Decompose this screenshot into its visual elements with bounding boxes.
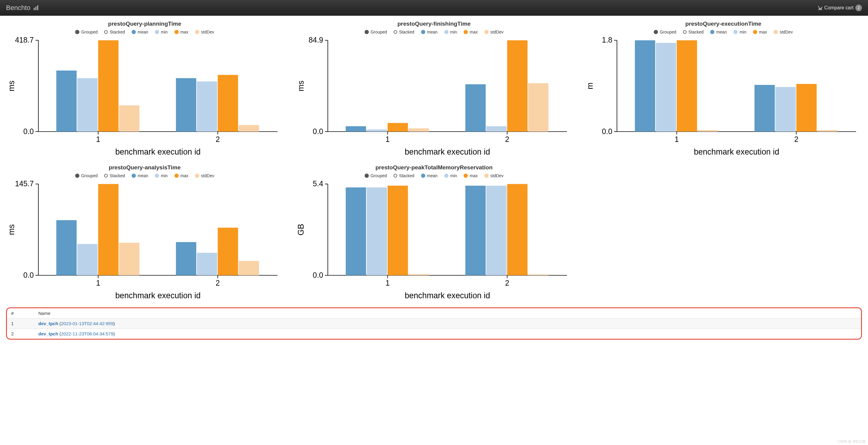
legend-stddev[interactable]: stdDev bbox=[485, 30, 504, 34]
bar-executionTime-2-stdDev[interactable] bbox=[817, 130, 838, 131]
bar-peakTotalMemoryReservation-2-stdDev[interactable] bbox=[528, 274, 548, 275]
bar-finishingTime-2-max[interactable] bbox=[507, 40, 527, 131]
col-index: # bbox=[7, 308, 34, 319]
row-index: 1 bbox=[7, 318, 34, 328]
dot-hollow-icon bbox=[394, 174, 397, 178]
legend-max[interactable]: max bbox=[175, 30, 188, 34]
ymin-label: 0.0 bbox=[23, 127, 34, 136]
bar-analysisTime-2-mean[interactable] bbox=[176, 242, 196, 275]
legend-grouped[interactable]: Grouped bbox=[654, 30, 676, 34]
dot-stddev-icon bbox=[485, 30, 489, 34]
dot-mean-icon bbox=[132, 30, 136, 34]
bar-planningTime-2-mean[interactable] bbox=[176, 78, 196, 131]
legend-stddev[interactable]: stdDev bbox=[195, 30, 214, 34]
legend-min[interactable]: min bbox=[155, 173, 168, 178]
svg-rect-2 bbox=[37, 5, 38, 10]
legend-stacked[interactable]: Stacked bbox=[394, 173, 414, 178]
legend-mean[interactable]: mean bbox=[132, 173, 148, 178]
chart-title: prestoQuery-finishingTime bbox=[398, 21, 470, 27]
bar-planningTime-1-max[interactable] bbox=[98, 40, 118, 131]
bar-peakTotalMemoryReservation-2-mean[interactable] bbox=[465, 186, 486, 275]
row-name: dev_tpch (2023-01-13T02:44:42:959) bbox=[34, 318, 861, 328]
xtick-label: 2 bbox=[505, 135, 509, 143]
bar-peakTotalMemoryReservation-2-max[interactable] bbox=[507, 184, 527, 275]
run-date-link[interactable]: 2023-01-13T02:44:42:959 bbox=[61, 321, 113, 326]
bar-executionTime-2-min[interactable] bbox=[775, 87, 796, 131]
dot-stddev-icon bbox=[485, 174, 489, 178]
legend-stacked[interactable]: Stacked bbox=[104, 173, 125, 178]
bar-analysisTime-2-max[interactable] bbox=[218, 228, 238, 275]
dot-hollow-icon bbox=[683, 30, 687, 34]
legend-stacked[interactable]: Stacked bbox=[394, 30, 414, 34]
bar-analysisTime-2-stdDev[interactable] bbox=[239, 261, 259, 275]
xlabel: benchmark execution id bbox=[405, 291, 490, 300]
bar-finishingTime-1-min[interactable] bbox=[367, 129, 387, 131]
legend-max[interactable]: max bbox=[175, 173, 188, 178]
bar-executionTime-2-mean[interactable] bbox=[754, 85, 775, 131]
bar-planningTime-1-mean[interactable] bbox=[56, 71, 77, 131]
legend-max[interactable]: max bbox=[464, 173, 477, 178]
bar-finishingTime-2-min[interactable] bbox=[486, 126, 506, 131]
bar-finishingTime-1-stdDev[interactable] bbox=[408, 128, 429, 131]
bar-analysisTime-1-mean[interactable] bbox=[56, 220, 77, 275]
bar-executionTime-1-min[interactable] bbox=[656, 43, 676, 131]
bar-peakTotalMemoryReservation-1-stdDev[interactable] bbox=[408, 274, 429, 275]
bar-planningTime-2-min[interactable] bbox=[197, 82, 217, 131]
ymax-label: 1.8 bbox=[602, 37, 613, 44]
legend-mean[interactable]: mean bbox=[710, 30, 727, 34]
dot-mean-icon bbox=[132, 174, 136, 178]
legend-mean[interactable]: mean bbox=[421, 173, 438, 178]
legend-min[interactable]: min bbox=[444, 30, 457, 34]
dot-mean-icon bbox=[421, 30, 425, 34]
ylabel: ms bbox=[7, 81, 16, 91]
legend-stddev[interactable]: stdDev bbox=[774, 30, 793, 34]
bar-peakTotalMemoryReservation-1-min[interactable] bbox=[367, 187, 387, 275]
run-date-link[interactable]: 2022-11-23T06:04:34:579 bbox=[61, 331, 113, 336]
bar-executionTime-1-mean[interactable] bbox=[635, 40, 655, 131]
ylabel: GB bbox=[296, 224, 305, 236]
bar-analysisTime-1-max[interactable] bbox=[98, 184, 118, 275]
bar-peakTotalMemoryReservation-1-mean[interactable] bbox=[346, 187, 366, 275]
bar-planningTime-1-min[interactable] bbox=[77, 78, 97, 131]
run-name-link[interactable]: dev_tpch bbox=[38, 331, 58, 336]
legend-max[interactable]: max bbox=[464, 30, 477, 34]
bar-finishingTime-1-max[interactable] bbox=[388, 123, 408, 131]
legend-grouped[interactable]: Grouped bbox=[365, 173, 387, 178]
bar-peakTotalMemoryReservation-1-max[interactable] bbox=[388, 186, 408, 275]
bar-finishingTime-1-mean[interactable] bbox=[346, 126, 366, 131]
bar-analysisTime-1-min[interactable] bbox=[77, 244, 97, 275]
legend-grouped[interactable]: Grouped bbox=[75, 173, 97, 178]
legend-max[interactable]: max bbox=[753, 30, 767, 34]
legend-grouped[interactable]: Grouped bbox=[365, 30, 387, 34]
xtick-label: 1 bbox=[96, 135, 100, 143]
dot-hollow-icon bbox=[394, 30, 397, 34]
chart-title: prestoQuery-planningTime bbox=[108, 21, 181, 27]
bar-planningTime-1-stdDev[interactable] bbox=[119, 106, 140, 131]
legend-min[interactable]: min bbox=[444, 173, 457, 178]
bar-planningTime-2-stdDev[interactable] bbox=[239, 125, 259, 131]
bar-analysisTime-1-stdDev[interactable] bbox=[119, 243, 140, 275]
brand[interactable]: Benchto bbox=[6, 4, 39, 12]
legend-stacked[interactable]: Stacked bbox=[104, 30, 125, 34]
bar-finishingTime-2-stdDev[interactable] bbox=[528, 83, 548, 131]
bar-executionTime-2-max[interactable] bbox=[797, 84, 817, 131]
legend-grouped[interactable]: Grouped bbox=[75, 30, 97, 34]
legend-min[interactable]: min bbox=[734, 30, 746, 34]
bar-analysisTime-2-min[interactable] bbox=[197, 253, 217, 275]
legend-mean[interactable]: mean bbox=[132, 30, 148, 34]
bar-peakTotalMemoryReservation-2-min[interactable] bbox=[486, 186, 506, 275]
legend-min[interactable]: min bbox=[155, 30, 168, 34]
bar-finishingTime-2-mean[interactable] bbox=[465, 84, 486, 131]
legend-stddev[interactable]: stdDev bbox=[485, 173, 504, 178]
cart-count-badge: 2 bbox=[855, 4, 862, 11]
dot-stddev-icon bbox=[195, 30, 199, 34]
legend-stddev[interactable]: stdDev bbox=[195, 173, 214, 178]
chart-svg-analysisTime: 145.7 0.0 12 benchmark execution id ms bbox=[6, 181, 283, 302]
run-name-link[interactable]: dev_tpch bbox=[38, 321, 58, 326]
legend-stacked[interactable]: Stacked bbox=[683, 30, 704, 34]
compare-cart-button[interactable]: Compare cart 2 bbox=[817, 4, 862, 11]
bar-executionTime-1-stdDev[interactable] bbox=[698, 130, 718, 131]
legend-mean[interactable]: mean bbox=[421, 30, 438, 34]
bar-planningTime-2-max[interactable] bbox=[218, 75, 238, 131]
bar-executionTime-1-max[interactable] bbox=[677, 40, 697, 131]
